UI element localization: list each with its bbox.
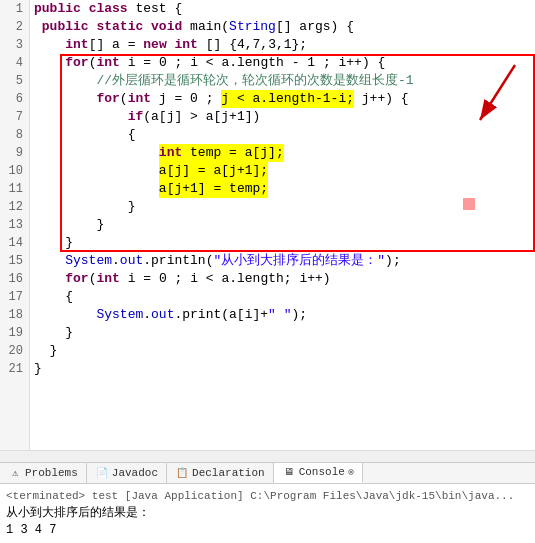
pink-decoration — [463, 198, 475, 210]
tab-declaration[interactable]: 📋 Declaration — [167, 463, 274, 483]
console-icon: 🖥 — [282, 465, 296, 479]
code-line-18: System.out.print(a[i]+" "); — [34, 306, 531, 324]
problems-icon: ⚠ — [8, 466, 22, 480]
code-editor: 1 2 3 4 5 6 7 8 9 10 11 12 13 14 15 16 1… — [0, 0, 535, 462]
tab-problems-label: Problems — [25, 467, 78, 479]
tab-javadoc[interactable]: 📄 Javadoc — [87, 463, 167, 483]
svg-line-1 — [480, 65, 515, 120]
code-line-10: a[j] = a[j+1]; — [34, 162, 531, 180]
tab-console-label: Console — [299, 466, 345, 478]
tab-javadoc-label: Javadoc — [112, 467, 158, 479]
tab-console[interactable]: 🖥 Console ⊗ — [274, 463, 363, 483]
line-numbers: 1 2 3 4 5 6 7 8 9 10 11 12 13 14 15 16 1… — [0, 0, 30, 450]
horizontal-scrollbar[interactable] — [0, 450, 535, 462]
tab-declaration-label: Declaration — [192, 467, 265, 479]
code-line-12: } — [34, 198, 531, 216]
declaration-icon: 📋 — [175, 466, 189, 480]
code-line-15: System.out.println("从小到大排序后的结果是："); — [34, 252, 531, 270]
code-line-21: } — [34, 360, 531, 378]
code-line-3: int[] a = new int [] {4,7,3,1}; — [34, 36, 531, 54]
console-output-area: <terminated> test [Java Application] C:\… — [0, 484, 535, 543]
code-line-13: } — [34, 216, 531, 234]
tab-problems[interactable]: ⚠ Problems — [0, 463, 87, 483]
console-output-line2: 1 3 4 7 — [6, 522, 529, 539]
bottom-tab-bar: ⚠ Problems 📄 Javadoc 📋 Declaration 🖥 Con… — [0, 462, 535, 484]
code-line-19: } — [34, 324, 531, 342]
console-output-line1: 从小到大排序后的结果是： — [6, 505, 529, 522]
code-line-9: int temp = a[j]; — [34, 144, 531, 162]
console-active-marker: ⊗ — [348, 466, 354, 478]
console-header: <terminated> test [Java Application] C:\… — [6, 488, 529, 505]
code-lines: public class test { public static void m… — [30, 0, 535, 378]
code-line-16: for(int i = 0 ; i < a.length; i++) — [34, 270, 531, 288]
code-line-11: a[j+1] = temp; — [34, 180, 531, 198]
code-line-2: public static void main(String[] args) { — [34, 18, 531, 36]
code-line-14: } — [34, 234, 531, 252]
code-line-20: } — [34, 342, 531, 360]
javadoc-icon: 📄 — [95, 466, 109, 480]
code-line-1: public class test { — [34, 0, 531, 18]
arrow-annotation — [450, 60, 530, 140]
code-line-17: { — [34, 288, 531, 306]
